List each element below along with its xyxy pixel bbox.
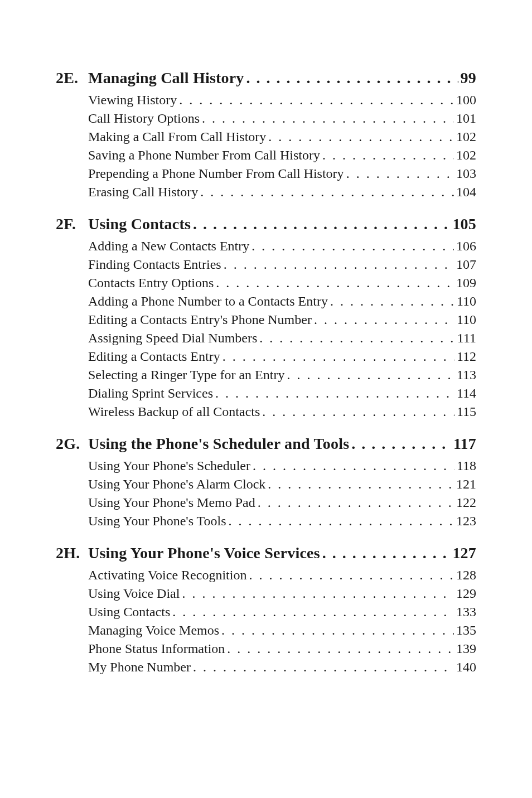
toc-entry: Contacts Entry Options . . . . . . . . .…	[88, 275, 476, 291]
leader-dots: . . . . . . . . . . . . . . . . . . . . …	[193, 215, 450, 233]
entry-label: Using Your Phone's Scheduler	[88, 458, 250, 473]
leader-dots: . . . . . . . . . . . . . . . . . . . . …	[224, 257, 454, 272]
leader-dots: . . . . . . . . . . . . . . . . . . . . …	[259, 331, 454, 346]
toc-entry: Managing Voice Memos . . . . . . . . . .…	[88, 623, 476, 638]
entry-label: Contacts Entry Options	[88, 275, 214, 291]
entry-label: Saving a Phone Number From Call History	[88, 148, 320, 163]
toc-section-heading: 2F.Using Contacts . . . . . . . . . . . …	[56, 215, 476, 233]
leader-dots: . . . . . . . . . . . . . . . . . . . . …	[287, 367, 454, 383]
entry-page: 114	[457, 386, 476, 401]
section-code: 2G.	[56, 435, 88, 453]
entry-label: Making a Call From Call History	[88, 129, 266, 144]
entry-page: 118	[457, 458, 476, 473]
entry-label: Wireless Backup of all Contacts	[88, 404, 260, 419]
toc-entry: Activating Voice Recognition . . . . . .…	[88, 568, 476, 583]
entry-page: 113	[457, 367, 476, 383]
toc-section-heading: 2G.Using the Phone's Scheduler and Tools…	[56, 435, 476, 453]
entry-page: 109	[456, 275, 476, 291]
entry-page: 140	[456, 660, 476, 675]
section-page: 117	[453, 435, 476, 453]
entry-page: 128	[456, 568, 476, 583]
toc-entry: Dialing Sprint Services . . . . . . . . …	[88, 386, 476, 401]
toc-page: 2E.Managing Call History . . . . . . . .…	[0, 0, 532, 723]
entry-page: 135	[456, 623, 476, 638]
toc-entry: Adding a New Contacts Entry . . . . . . …	[88, 239, 476, 254]
leader-dots: . . . . . . . . . . . . . . . . . . . . …	[223, 349, 454, 364]
entry-page: 102	[456, 129, 476, 144]
entry-label: Using Your Phone's Alarm Clock	[88, 477, 265, 492]
leader-dots: . . . . . . . . . . . . . . . . . . . . …	[268, 477, 454, 492]
entry-label: Adding a Phone Number to a Contacts Entr…	[88, 294, 328, 309]
section-title: Using the Phone's Scheduler and Tools	[88, 435, 349, 453]
entry-page: 121	[456, 477, 476, 492]
entry-page: 112	[457, 349, 476, 364]
entry-page: 100	[456, 93, 476, 108]
leader-dots: . . . . . . . . . . . . . . . . . . . . …	[322, 544, 451, 562]
leader-dots: . . . . . . . . . . . . . . . . . . . . …	[346, 166, 454, 181]
entry-label: Using Your Phone's Tools	[88, 514, 226, 529]
section-page: 127	[452, 544, 476, 562]
leader-dots: . . . . . . . . . . . . . . . . . . . . …	[330, 294, 454, 309]
entry-page: 104	[456, 185, 476, 200]
toc-entry: Selecting a Ringer Type for an Entry . .…	[88, 367, 476, 383]
toc-entry: Assigning Speed Dial Numbers . . . . . .…	[88, 331, 476, 346]
leader-dots: . . . . . . . . . . . . . . . . . . . . …	[268, 129, 454, 144]
entry-label: Call History Options	[88, 111, 200, 126]
toc-entry: Editing a Contacts Entry's Phone Number …	[88, 312, 476, 327]
entry-label: Finding Contacts Entries	[88, 257, 221, 272]
entry-page: 122	[456, 495, 476, 510]
entry-label: Phone Status Information	[88, 641, 225, 656]
toc-entry: Using Contacts . . . . . . . . . . . . .…	[88, 604, 476, 620]
entry-label: Using Voice Dial	[88, 586, 180, 601]
toc-entry: Making a Call From Call History . . . . …	[88, 129, 476, 144]
leader-dots: . . . . . . . . . . . . . . . . . . . . …	[314, 312, 454, 327]
leader-dots: . . . . . . . . . . . . . . . . . . . . …	[322, 148, 454, 163]
toc-section-heading: 2H.Using Your Phone's Voice Services . .…	[56, 544, 476, 562]
toc-entry: Adding a Phone Number to a Contacts Entr…	[88, 294, 476, 309]
toc-entry: Viewing History . . . . . . . . . . . . …	[88, 93, 476, 108]
entry-label: My Phone Number	[88, 660, 191, 675]
entry-page: 110	[457, 294, 476, 309]
entry-page: 110	[457, 312, 476, 327]
toc-entry: Call History Options . . . . . . . . . .…	[88, 111, 476, 126]
entry-page: 133	[456, 604, 476, 620]
toc-entry: Phone Status Information . . . . . . . .…	[88, 641, 476, 656]
toc-entry: Prepending a Phone Number From Call Hist…	[88, 166, 476, 181]
entry-page: 115	[457, 404, 476, 419]
leader-dots: . . . . . . . . . . . . . . . . . . . . …	[200, 185, 454, 200]
entry-page: 107	[456, 257, 476, 272]
leader-dots: . . . . . . . . . . . . . . . . . . . . …	[229, 514, 454, 529]
entry-page: 123	[456, 514, 476, 529]
toc-entry: Using Your Phone's Scheduler . . . . . .…	[88, 458, 476, 473]
toc-entry: Wireless Backup of all Contacts . . . . …	[88, 404, 476, 419]
leader-dots: . . . . . . . . . . . . . . . . . . . . …	[262, 404, 454, 419]
entry-label: Using Contacts	[88, 604, 170, 620]
section-title: Using Contacts	[88, 215, 191, 233]
leader-dots: . . . . . . . . . . . . . . . . . . . . …	[221, 623, 454, 638]
toc-entry: Using Your Phone's Tools . . . . . . . .…	[88, 514, 476, 529]
toc-entry: Saving a Phone Number From Call History …	[88, 148, 476, 163]
leader-dots: . . . . . . . . . . . . . . . . . . . . …	[227, 641, 454, 656]
entry-page: 139	[456, 641, 476, 656]
leader-dots: . . . . . . . . . . . . . . . . . . . . …	[216, 275, 454, 291]
entry-label: Managing Voice Memos	[88, 623, 219, 638]
leader-dots: . . . . . . . . . . . . . . . . . . . . …	[182, 586, 454, 601]
section-code: 2F.	[56, 215, 88, 233]
entry-label: Prepending a Phone Number From Call Hist…	[88, 166, 344, 181]
entry-label: Using Your Phone's Memo Pad	[88, 495, 255, 510]
entry-page: 103	[456, 166, 476, 181]
entry-page: 106	[456, 239, 476, 254]
leader-dots: . . . . . . . . . . . . . . . . . . . . …	[215, 386, 454, 401]
entry-label: Adding a New Contacts Entry	[88, 239, 249, 254]
leader-dots: . . . . . . . . . . . . . . . . . . . . …	[202, 111, 454, 126]
leader-dots: . . . . . . . . . . . . . . . . . . . . …	[258, 495, 454, 510]
toc-entry: Editing a Contacts Entry . . . . . . . .…	[88, 349, 476, 364]
toc-entry: Using Your Phone's Memo Pad . . . . . . …	[88, 495, 476, 510]
section-page: 105	[452, 215, 476, 233]
entry-label: Selecting a Ringer Type for an Entry	[88, 367, 284, 383]
leader-dots: . . . . . . . . . . . . . . . . . . . . …	[193, 660, 454, 675]
entry-label: Editing a Contacts Entry	[88, 349, 220, 364]
leader-dots: . . . . . . . . . . . . . . . . . . . . …	[246, 69, 458, 87]
toc-entry: My Phone Number . . . . . . . . . . . . …	[88, 660, 476, 675]
section-code: 2H.	[56, 544, 88, 562]
